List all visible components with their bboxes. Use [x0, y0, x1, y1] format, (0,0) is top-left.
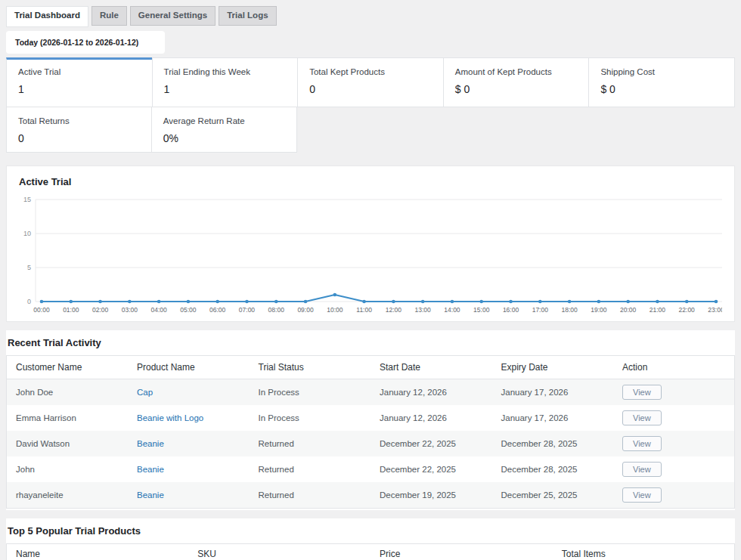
action-cell: View	[613, 456, 735, 482]
svg-text:12:00: 12:00	[386, 306, 402, 314]
stat-value: 0	[309, 83, 432, 95]
view-button[interactable]: View	[622, 487, 662, 503]
stat-value: $ 0	[455, 83, 578, 95]
svg-text:17:00: 17:00	[532, 306, 549, 314]
stat-value: 1	[164, 83, 287, 95]
svg-text:00:00: 00:00	[33, 306, 50, 314]
expiry-date-cell: January 17, 2026	[492, 405, 614, 431]
product-link[interactable]: Beanie	[137, 439, 164, 448]
tab-trial-logs[interactable]: Trial Logs	[219, 6, 276, 26]
stat-card-trial-ending-this-week: Trial Ending this Week1	[152, 57, 299, 107]
column-name: Name	[7, 543, 189, 560]
svg-text:05:00: 05:00	[180, 306, 197, 314]
svg-text:0: 0	[27, 298, 31, 305]
stat-value: $ 0	[600, 83, 723, 95]
svg-text:08:00: 08:00	[268, 306, 285, 314]
expiry-date-cell: December 28, 2025	[492, 431, 614, 456]
table-row: John DoeCapIn ProcessJanuary 12, 2026Jan…	[7, 379, 735, 405]
product-link[interactable]: Beanie	[137, 465, 164, 474]
plugin-tabs: Trial DashboardRuleGeneral SettingsTrial…	[0, 0, 741, 26]
column-price: Price	[370, 543, 553, 560]
stat-value: 0%	[163, 132, 285, 144]
stat-label: Trial Ending this Week	[164, 67, 287, 76]
stat-value: 0	[18, 132, 140, 144]
date-range-filter[interactable]: Today (2026-01-12 to 2026-01-12)	[6, 31, 165, 54]
stat-label: Total Kept Products	[309, 67, 432, 76]
svg-text:13:00: 13:00	[415, 306, 432, 314]
svg-text:03:00: 03:00	[122, 306, 138, 314]
recent-activity-table: Customer NameProduct NameTrial StatusSta…	[6, 355, 735, 509]
tab-trial-dashboard[interactable]: Trial Dashboard	[6, 6, 88, 27]
stats-row-2: Total Returns0Average Return Rate0%	[6, 107, 735, 153]
action-cell: View	[613, 379, 735, 405]
svg-text:14:00: 14:00	[444, 306, 460, 314]
column-customer-name: Customer Name	[7, 355, 129, 379]
table-row: JohnBeanieReturnedDecember 22, 2025Decem…	[7, 456, 735, 482]
column-sku: SKU	[188, 543, 370, 560]
product-name-cell: Beanie with Logo	[128, 405, 250, 431]
product-name-cell: Cap	[128, 379, 250, 405]
svg-text:04:00: 04:00	[150, 306, 167, 314]
view-button[interactable]: View	[622, 410, 662, 425]
svg-text:10:00: 10:00	[327, 306, 343, 314]
customer-name-cell: John Doe	[7, 379, 129, 405]
column-product-name: Product Name	[128, 355, 250, 379]
stat-card-total-returns: Total Returns0	[6, 107, 152, 153]
stat-card-total-kept-products: Total Kept Products0	[297, 57, 444, 107]
svg-text:07:00: 07:00	[239, 306, 256, 314]
stat-card-shipping-cost: Shipping Cost$ 0	[588, 57, 735, 107]
top-products-title: Top 5 Popular Trial Products	[8, 525, 735, 537]
column-action: Action	[613, 355, 735, 379]
view-button[interactable]: View	[622, 385, 662, 400]
product-link[interactable]: Cap	[137, 388, 153, 397]
svg-text:18:00: 18:00	[561, 306, 578, 314]
stats-grid: Active Trial1Trial Ending this Week1Tota…	[6, 57, 735, 153]
column-total-items: Total Items	[553, 543, 735, 560]
svg-text:09:00: 09:00	[297, 306, 314, 314]
chart-title: Active Trial	[19, 176, 722, 187]
customer-name-cell: rhayaneleite	[7, 482, 129, 509]
column-trial-status: Trial Status	[250, 355, 371, 379]
product-name-cell: Beanie	[128, 456, 250, 482]
stat-label: Shipping Cost	[600, 67, 723, 76]
stat-label: Active Trial	[18, 67, 141, 76]
table-row: rhayaneleiteBeanieReturnedDecember 19, 2…	[7, 482, 735, 509]
recent-activity-title: Recent Trial Activity	[8, 337, 735, 348]
expiry-date-cell: December 25, 2025	[492, 482, 614, 509]
product-link[interactable]: Beanie with Logo	[137, 413, 203, 422]
svg-text:10: 10	[23, 230, 31, 237]
svg-text:11:00: 11:00	[356, 306, 372, 314]
expiry-date-cell: December 28, 2025	[492, 456, 614, 482]
table-row: David WatsonBeanieReturnedDecember 22, 2…	[7, 431, 735, 456]
stat-card-active-trial: Active Trial1	[6, 57, 153, 107]
view-button[interactable]: View	[622, 436, 662, 451]
stat-label: Total Returns	[18, 116, 140, 125]
trial-status-cell: Returned	[250, 431, 371, 456]
top-products-section: Top 5 Popular Trial Products NameSKUPric…	[6, 518, 735, 560]
svg-text:02:00: 02:00	[92, 306, 109, 314]
chart-card: Active Trial 05101500:0001:0002:0003:000…	[6, 166, 735, 322]
table-row: Emma HarrisonBeanie with LogoIn ProcessJ…	[7, 405, 735, 431]
svg-text:5: 5	[27, 264, 31, 271]
stats-row-1: Active Trial1Trial Ending this Week1Tota…	[6, 57, 735, 107]
trial-status-cell: In Process	[250, 379, 371, 405]
view-button[interactable]: View	[622, 462, 662, 477]
start-date-cell: January 12, 2026	[370, 379, 492, 405]
svg-text:20:00: 20:00	[620, 306, 637, 314]
tab-rule[interactable]: Rule	[91, 6, 127, 26]
stat-card-amount-of-kept-products: Amount of Kept Products$ 0	[443, 57, 590, 107]
product-name-cell: Beanie	[128, 482, 250, 509]
svg-text:23:00: 23:00	[708, 306, 722, 314]
svg-text:01:00: 01:00	[63, 306, 79, 314]
start-date-cell: December 19, 2025	[370, 482, 492, 509]
expiry-date-cell: January 17, 2026	[492, 379, 614, 405]
start-date-cell: December 22, 2025	[370, 456, 492, 482]
customer-name-cell: John	[7, 456, 129, 482]
product-link[interactable]: Beanie	[137, 490, 164, 500]
stat-label: Amount of Kept Products	[455, 67, 578, 76]
action-cell: View	[613, 405, 735, 431]
tab-general-settings[interactable]: General Settings	[130, 6, 215, 26]
stat-value: 1	[18, 83, 141, 95]
trial-status-cell: In Process	[250, 405, 371, 431]
top-products-table: NameSKUPriceTotal Items Beaniewoo-beanie…	[6, 543, 735, 560]
